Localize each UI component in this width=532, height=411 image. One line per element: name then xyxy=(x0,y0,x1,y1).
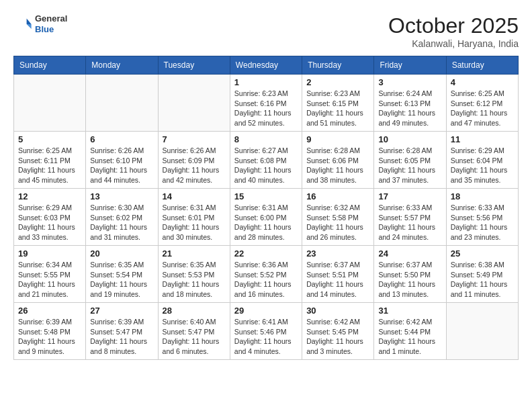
calendar-day-cell: 5Sunrise: 6:25 AM Sunset: 6:11 PM Daylig… xyxy=(14,132,86,189)
day-info: Sunrise: 6:35 AM Sunset: 5:53 PM Dayligh… xyxy=(163,260,226,300)
day-number: 30 xyxy=(306,306,369,316)
day-info: Sunrise: 6:33 AM Sunset: 5:56 PM Dayligh… xyxy=(451,203,514,242)
day-number: 12 xyxy=(18,191,81,201)
calendar-week-row: 5Sunrise: 6:25 AM Sunset: 6:11 PM Daylig… xyxy=(14,132,519,189)
day-info: Sunrise: 6:26 AM Sunset: 6:10 PM Dayligh… xyxy=(90,146,153,185)
day-number: 19 xyxy=(18,248,81,259)
day-of-week-header: Monday xyxy=(86,56,158,75)
day-info: Sunrise: 6:31 AM Sunset: 6:01 PM Dayligh… xyxy=(163,203,226,242)
day-number: 24 xyxy=(378,248,441,259)
logo-icon xyxy=(13,15,32,34)
day-of-week-header: Friday xyxy=(374,56,446,75)
calendar-day-cell: 1Sunrise: 6:23 AM Sunset: 6:16 PM Daylig… xyxy=(230,75,302,132)
calendar-day-cell: 17Sunrise: 6:33 AM Sunset: 5:57 PM Dayli… xyxy=(374,189,446,246)
day-number: 16 xyxy=(306,191,369,201)
day-info: Sunrise: 6:28 AM Sunset: 6:05 PM Dayligh… xyxy=(378,146,441,185)
day-info: Sunrise: 6:28 AM Sunset: 6:06 PM Dayligh… xyxy=(306,146,369,185)
calendar-week-row: 1Sunrise: 6:23 AM Sunset: 6:16 PM Daylig… xyxy=(14,75,519,132)
day-of-week-header: Sunday xyxy=(14,56,86,75)
day-number: 8 xyxy=(234,134,298,144)
day-number: 15 xyxy=(234,191,298,201)
calendar-week-row: 19Sunrise: 6:34 AM Sunset: 5:55 PM Dayli… xyxy=(14,246,519,303)
calendar-day-cell: 8Sunrise: 6:27 AM Sunset: 6:08 PM Daylig… xyxy=(230,132,302,189)
calendar-day-cell: 26Sunrise: 6:39 AM Sunset: 5:48 PM Dayli… xyxy=(14,303,86,360)
calendar-day-cell: 4Sunrise: 6:25 AM Sunset: 6:12 PM Daylig… xyxy=(446,75,518,132)
calendar-day-cell: 23Sunrise: 6:37 AM Sunset: 5:51 PM Dayli… xyxy=(302,246,374,303)
day-info: Sunrise: 6:23 AM Sunset: 6:15 PM Dayligh… xyxy=(306,89,369,128)
day-info: Sunrise: 6:27 AM Sunset: 6:08 PM Dayligh… xyxy=(234,146,298,185)
calendar-day-cell: 12Sunrise: 6:29 AM Sunset: 6:03 PM Dayli… xyxy=(14,189,86,246)
calendar-day-cell: 18Sunrise: 6:33 AM Sunset: 5:56 PM Dayli… xyxy=(446,189,518,246)
day-info: Sunrise: 6:33 AM Sunset: 5:57 PM Dayligh… xyxy=(378,203,441,242)
day-info: Sunrise: 6:38 AM Sunset: 5:49 PM Dayligh… xyxy=(451,260,514,300)
calendar-day-cell xyxy=(86,75,158,132)
day-of-week-header: Saturday xyxy=(446,56,518,75)
calendar-day-cell xyxy=(14,75,86,132)
day-number: 18 xyxy=(451,191,514,201)
day-info: Sunrise: 6:37 AM Sunset: 5:50 PM Dayligh… xyxy=(378,260,441,300)
calendar-day-cell xyxy=(446,303,518,360)
day-info: Sunrise: 6:42 AM Sunset: 5:44 PM Dayligh… xyxy=(378,317,441,357)
day-info: Sunrise: 6:29 AM Sunset: 6:04 PM Dayligh… xyxy=(451,146,514,185)
day-info: Sunrise: 6:25 AM Sunset: 6:12 PM Dayligh… xyxy=(451,89,514,128)
calendar-day-cell: 29Sunrise: 6:41 AM Sunset: 5:46 PM Dayli… xyxy=(230,303,302,360)
day-info: Sunrise: 6:35 AM Sunset: 5:54 PM Dayligh… xyxy=(90,260,153,300)
day-info: Sunrise: 6:34 AM Sunset: 5:55 PM Dayligh… xyxy=(18,260,81,300)
day-info: Sunrise: 6:37 AM Sunset: 5:51 PM Dayligh… xyxy=(306,260,369,300)
day-number: 11 xyxy=(451,134,514,144)
day-info: Sunrise: 6:41 AM Sunset: 5:46 PM Dayligh… xyxy=(234,317,298,357)
day-info: Sunrise: 6:29 AM Sunset: 6:03 PM Dayligh… xyxy=(18,203,81,242)
calendar-day-cell: 14Sunrise: 6:31 AM Sunset: 6:01 PM Dayli… xyxy=(158,189,230,246)
day-info: Sunrise: 6:30 AM Sunset: 6:02 PM Dayligh… xyxy=(90,203,153,242)
calendar-day-cell: 10Sunrise: 6:28 AM Sunset: 6:05 PM Dayli… xyxy=(374,132,446,189)
calendar-day-cell: 31Sunrise: 6:42 AM Sunset: 5:44 PM Dayli… xyxy=(374,303,446,360)
location-subtitle: Kalanwali, Haryana, India xyxy=(388,38,519,49)
day-number: 3 xyxy=(378,77,441,87)
day-number: 10 xyxy=(378,134,441,144)
day-number: 9 xyxy=(306,134,369,144)
day-number: 2 xyxy=(306,77,369,87)
logo: General Blue xyxy=(13,13,67,34)
svg-marker-0 xyxy=(27,18,32,24)
day-number: 6 xyxy=(90,134,153,144)
calendar-day-cell: 3Sunrise: 6:24 AM Sunset: 6:13 PM Daylig… xyxy=(374,75,446,132)
calendar-day-cell: 25Sunrise: 6:38 AM Sunset: 5:49 PM Dayli… xyxy=(446,246,518,303)
calendar-day-cell: 13Sunrise: 6:30 AM Sunset: 6:02 PM Dayli… xyxy=(86,189,158,246)
calendar-day-cell: 2Sunrise: 6:23 AM Sunset: 6:15 PM Daylig… xyxy=(302,75,374,132)
day-number: 20 xyxy=(90,248,153,259)
day-info: Sunrise: 6:36 AM Sunset: 5:52 PM Dayligh… xyxy=(234,260,298,300)
calendar-day-cell: 24Sunrise: 6:37 AM Sunset: 5:50 PM Dayli… xyxy=(374,246,446,303)
day-number: 1 xyxy=(234,77,298,87)
logo-general: General xyxy=(35,13,67,24)
day-of-week-header: Wednesday xyxy=(230,56,302,75)
day-of-week-header: Tuesday xyxy=(158,56,230,75)
calendar-day-cell: 7Sunrise: 6:26 AM Sunset: 6:09 PM Daylig… xyxy=(158,132,230,189)
calendar-day-cell: 9Sunrise: 6:28 AM Sunset: 6:06 PM Daylig… xyxy=(302,132,374,189)
calendar-day-cell: 19Sunrise: 6:34 AM Sunset: 5:55 PM Dayli… xyxy=(14,246,86,303)
day-number: 21 xyxy=(163,248,226,259)
logo-text: General Blue xyxy=(35,13,67,34)
day-info: Sunrise: 6:39 AM Sunset: 5:48 PM Dayligh… xyxy=(18,317,81,357)
calendar-table: SundayMondayTuesdayWednesdayThursdayFrid… xyxy=(13,56,519,360)
calendar-day-cell: 20Sunrise: 6:35 AM Sunset: 5:54 PM Dayli… xyxy=(86,246,158,303)
day-info: Sunrise: 6:40 AM Sunset: 5:47 PM Dayligh… xyxy=(163,317,226,357)
day-info: Sunrise: 6:42 AM Sunset: 5:45 PM Dayligh… xyxy=(306,317,369,357)
day-number: 17 xyxy=(378,191,441,201)
day-number: 28 xyxy=(163,306,226,316)
day-info: Sunrise: 6:26 AM Sunset: 6:09 PM Dayligh… xyxy=(163,146,226,185)
day-info: Sunrise: 6:25 AM Sunset: 6:11 PM Dayligh… xyxy=(18,146,81,185)
day-number: 25 xyxy=(451,248,514,259)
calendar-day-cell: 28Sunrise: 6:40 AM Sunset: 5:47 PM Dayli… xyxy=(158,303,230,360)
day-number: 29 xyxy=(234,306,298,316)
calendar-week-row: 12Sunrise: 6:29 AM Sunset: 6:03 PM Dayli… xyxy=(14,189,519,246)
day-info: Sunrise: 6:39 AM Sunset: 5:47 PM Dayligh… xyxy=(90,317,153,357)
day-number: 4 xyxy=(451,77,514,87)
day-number: 27 xyxy=(90,306,153,316)
calendar-day-cell: 30Sunrise: 6:42 AM Sunset: 5:45 PM Dayli… xyxy=(302,303,374,360)
calendar-day-cell: 6Sunrise: 6:26 AM Sunset: 6:10 PM Daylig… xyxy=(86,132,158,189)
calendar-day-cell: 27Sunrise: 6:39 AM Sunset: 5:47 PM Dayli… xyxy=(86,303,158,360)
day-number: 7 xyxy=(163,134,226,144)
calendar-week-row: 26Sunrise: 6:39 AM Sunset: 5:48 PM Dayli… xyxy=(14,303,519,360)
day-of-week-header: Thursday xyxy=(302,56,374,75)
day-info: Sunrise: 6:31 AM Sunset: 6:00 PM Dayligh… xyxy=(234,203,298,242)
